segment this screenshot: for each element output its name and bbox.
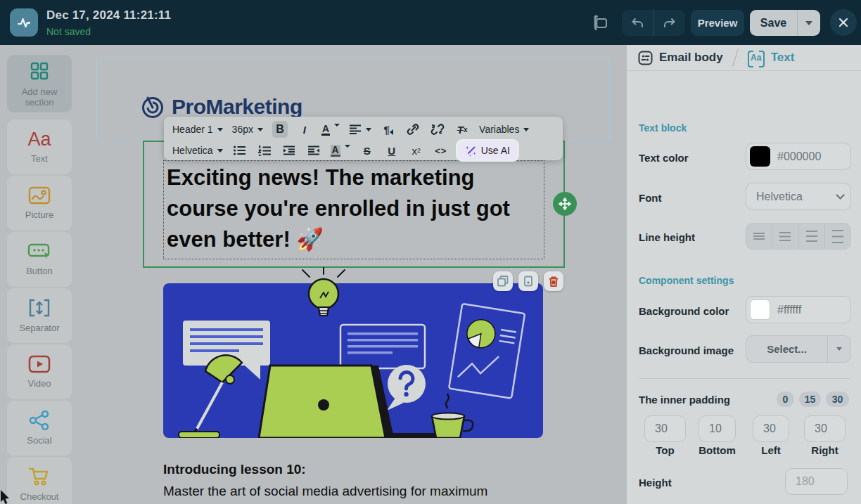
sidebar-item-checkout[interactable]: Checkout bbox=[7, 457, 72, 504]
text-color-label: Text color bbox=[639, 152, 689, 164]
background-color-input[interactable]: #ffffff bbox=[746, 296, 851, 323]
delete-button[interactable] bbox=[544, 271, 563, 291]
numbered-list-button[interactable] bbox=[257, 142, 272, 159]
redo-button[interactable] bbox=[653, 10, 686, 36]
preview-button[interactable]: Preview bbox=[691, 10, 744, 36]
save-dropdown-button[interactable] bbox=[797, 10, 820, 36]
chevron-down-icon bbox=[217, 128, 223, 131]
sidebar-item-label: Picture bbox=[23, 209, 56, 220]
font-size-dropdown[interactable]: 36px bbox=[232, 124, 263, 135]
text-color-input[interactable]: #000000 bbox=[746, 143, 851, 170]
move-to-button[interactable] bbox=[518, 271, 538, 291]
variables-dropdown[interactable]: Variables bbox=[479, 124, 529, 135]
timestamp: Dec 17, 2024 11:21:11 bbox=[46, 8, 171, 22]
italic-button[interactable]: I bbox=[297, 121, 312, 138]
email-headline[interactable]: Exciting news! The marketing course you'… bbox=[167, 162, 542, 255]
padding-bottom-label: Bottom bbox=[696, 444, 739, 456]
padding-right-label: Right bbox=[804, 444, 846, 456]
line-height-option-3[interactable] bbox=[798, 224, 824, 249]
text-color-swatch[interactable] bbox=[750, 146, 770, 167]
font-select[interactable]: Helvetica bbox=[746, 183, 851, 210]
triangle-left-icon bbox=[390, 129, 393, 135]
sidebar-item-picture[interactable]: Picture bbox=[7, 176, 72, 231]
line-height-option-2[interactable] bbox=[772, 224, 798, 249]
sidebar-item-social[interactable]: Social bbox=[7, 401, 72, 455]
duplicate-button[interactable] bbox=[493, 271, 513, 291]
outdent-button[interactable] bbox=[306, 142, 321, 159]
grid-icon bbox=[29, 60, 50, 82]
sidebar-item-add-new-section[interactable]: Add new section bbox=[7, 55, 72, 112]
padding-preset-15[interactable]: 15 bbox=[799, 392, 821, 407]
background-color-swatch[interactable] bbox=[750, 299, 770, 320]
sidebar-item-label: Add new section bbox=[7, 86, 72, 108]
undo-redo-group bbox=[622, 10, 685, 36]
drag-handle[interactable] bbox=[553, 192, 577, 216]
mouse-cursor bbox=[0, 490, 11, 504]
email-sub-text[interactable]: Master the art of social media advertisi… bbox=[163, 484, 487, 499]
sup-base-glyph: x bbox=[412, 145, 417, 157]
padding-bottom-input[interactable]: 10 bbox=[699, 415, 736, 442]
line-height-option-4[interactable] bbox=[824, 224, 850, 249]
font-family-value: Helvetica bbox=[172, 145, 213, 156]
text-color-button[interactable]: A bbox=[321, 124, 340, 136]
email-sub-heading[interactable]: Introducing lesson 10: bbox=[163, 462, 306, 477]
use-ai-label: Use AI bbox=[481, 145, 510, 156]
paragraph-style-value: Header 1 bbox=[172, 124, 213, 135]
undo-button[interactable] bbox=[622, 10, 653, 36]
sidebar-item-text[interactable]: Aa Text bbox=[7, 119, 72, 174]
magic-wand-icon bbox=[465, 145, 477, 157]
font-family-dropdown[interactable]: Helvetica bbox=[172, 145, 223, 156]
unlink-button[interactable] bbox=[430, 121, 445, 138]
background-image-dropdown-button[interactable] bbox=[827, 336, 850, 362]
sidebar-item-separator[interactable]: Separator bbox=[7, 288, 72, 343]
sidebar-item-label: Social bbox=[24, 435, 54, 446]
sidebar-item-label: Video bbox=[25, 378, 53, 389]
sidebar-item-video[interactable]: Video bbox=[7, 344, 72, 399]
bullet-list-button[interactable] bbox=[232, 142, 248, 159]
clipboard-pen-icon[interactable] bbox=[589, 13, 611, 34]
font-value: Helvetica bbox=[756, 190, 803, 203]
email-body-icon bbox=[638, 51, 653, 65]
font-label: Font bbox=[639, 192, 661, 204]
padding-top-input[interactable]: 30 bbox=[644, 415, 686, 442]
breadcrumb-email-body[interactable]: Email body bbox=[659, 51, 723, 65]
close-button[interactable] bbox=[830, 9, 857, 36]
email-illustration-image[interactable] bbox=[163, 267, 543, 438]
divider bbox=[639, 378, 851, 379]
padding-preset-30[interactable]: 30 bbox=[826, 392, 849, 407]
superscript-button[interactable]: x2 bbox=[409, 142, 424, 159]
brand-spiral-icon bbox=[139, 93, 166, 120]
separator-icon bbox=[28, 298, 51, 318]
app-logo[interactable] bbox=[10, 8, 38, 37]
paragraph-style-dropdown[interactable]: Header 1 bbox=[172, 124, 223, 135]
save-status: Not saved bbox=[46, 26, 91, 37]
numbered-list-icon bbox=[258, 146, 271, 156]
line-height-option-1[interactable] bbox=[746, 224, 772, 249]
line-height-segmented-control bbox=[746, 223, 851, 250]
link-button[interactable] bbox=[405, 121, 421, 138]
indent-button[interactable] bbox=[281, 142, 297, 159]
padding-left-input[interactable]: 30 bbox=[753, 415, 789, 442]
text-color-a: A bbox=[321, 124, 330, 136]
align-dropdown[interactable] bbox=[349, 124, 371, 134]
strikethrough-button[interactable]: S bbox=[359, 142, 375, 159]
height-input[interactable]: 180 bbox=[785, 468, 848, 495]
use-ai-button[interactable]: Use AI bbox=[458, 141, 517, 160]
padding-preset-0[interactable]: 0 bbox=[777, 392, 794, 407]
chevron-down-icon bbox=[836, 347, 842, 351]
save-button[interactable]: Save bbox=[750, 17, 797, 30]
sidebar-item-button[interactable]: Button bbox=[7, 232, 72, 287]
highlight-color-button[interactable]: A bbox=[331, 145, 350, 157]
underline-button[interactable]: U bbox=[384, 142, 400, 159]
code-button[interactable]: <> bbox=[433, 142, 449, 159]
close-icon bbox=[838, 17, 849, 28]
chevron-down-icon bbox=[257, 128, 263, 131]
background-image-select-button[interactable]: Select... bbox=[746, 336, 827, 362]
breadcrumb: Email body Aa Text bbox=[627, 45, 861, 71]
bold-button[interactable]: B bbox=[272, 121, 288, 138]
padding-right-input[interactable]: 30 bbox=[804, 415, 846, 442]
clear-formatting-button[interactable]: Tx bbox=[454, 121, 470, 138]
padding-top-label: Top bbox=[644, 444, 686, 456]
paragraph-direction-button[interactable]: ¶ bbox=[381, 121, 396, 138]
settings-panel: Email body Aa Text Text block Text color… bbox=[627, 45, 861, 504]
